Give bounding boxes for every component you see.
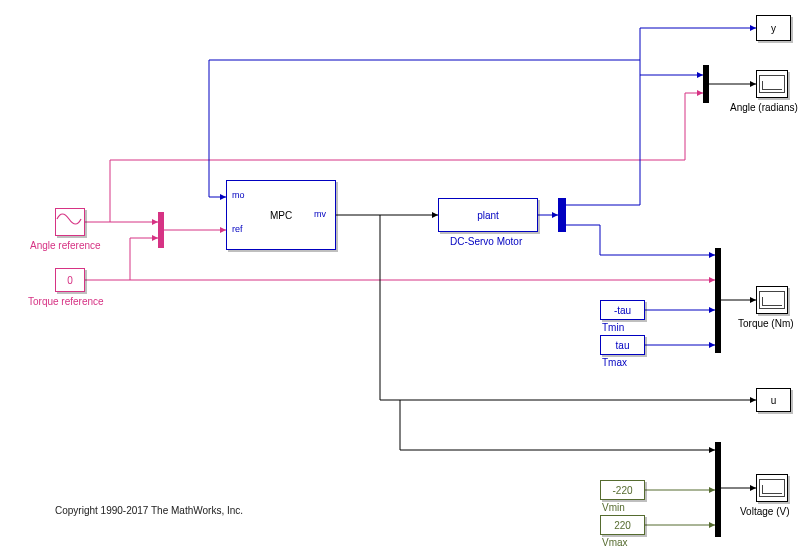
constant-tmax[interactable]: tau: [600, 335, 645, 355]
u-label: u: [771, 395, 777, 406]
to-workspace-y[interactable]: y: [756, 15, 791, 41]
mux-voltage-scope[interactable]: [715, 442, 721, 537]
scope-icon: [759, 75, 785, 93]
sine-wave-block[interactable]: [55, 208, 85, 236]
copyright-text: Copyright 1990-2017 The MathWorks, Inc.: [55, 505, 243, 516]
scope-torque[interactable]: [756, 286, 788, 314]
scope-voltage[interactable]: [756, 474, 788, 502]
vmax-label: Vmax: [602, 537, 628, 548]
angle-reference-label: Angle reference: [30, 240, 101, 251]
sine-icon: [56, 209, 82, 229]
mux-angle-scope[interactable]: [703, 65, 709, 103]
scope-icon: [759, 479, 785, 497]
vmin-value: -220: [612, 485, 632, 496]
plant-block[interactable]: plant: [438, 198, 538, 232]
to-workspace-u[interactable]: u: [756, 388, 791, 412]
mpc-port-mo: mo: [232, 190, 245, 200]
constant-vmax[interactable]: 220: [600, 515, 645, 535]
mpc-port-ref: ref: [232, 224, 243, 234]
vmax-value: 220: [614, 520, 631, 531]
constant-vmin[interactable]: -220: [600, 480, 645, 500]
constant-block-torque-ref[interactable]: 0: [55, 268, 85, 292]
tmin-label: Tmin: [602, 322, 624, 333]
angle-scope-label: Angle (radians): [730, 102, 798, 113]
y-label: y: [771, 23, 776, 34]
plant-title: plant: [477, 210, 499, 221]
constant-tmin[interactable]: -tau: [600, 300, 645, 320]
tmax-value: tau: [616, 340, 630, 351]
torque-ref-value: 0: [67, 275, 73, 286]
vmin-label: Vmin: [602, 502, 625, 513]
scope-angle[interactable]: [756, 70, 788, 98]
mpc-port-mv: mv: [314, 209, 326, 219]
torque-scope-label: Torque (Nm): [738, 318, 794, 329]
mux-torque-scope[interactable]: [715, 248, 721, 353]
scope-icon: [759, 291, 785, 309]
mux-references[interactable]: [158, 212, 164, 248]
torque-reference-label: Torque reference: [28, 296, 104, 307]
plant-label: DC-Servo Motor: [450, 236, 522, 247]
demux-plant-outputs[interactable]: [558, 198, 566, 232]
mpc-title: MPC: [270, 210, 292, 221]
model-wiring: [0, 0, 810, 560]
tmin-value: -tau: [614, 305, 631, 316]
voltage-scope-label: Voltage (V): [740, 506, 789, 517]
tmax-label: Tmax: [602, 357, 627, 368]
